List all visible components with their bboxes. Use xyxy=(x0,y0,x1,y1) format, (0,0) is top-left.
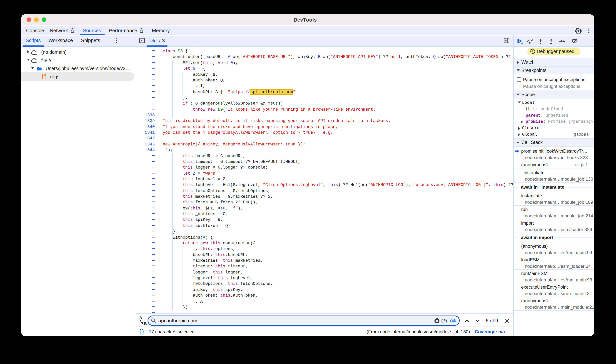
svg-text:B: B xyxy=(144,321,147,325)
svg-text:A: A xyxy=(139,315,142,320)
